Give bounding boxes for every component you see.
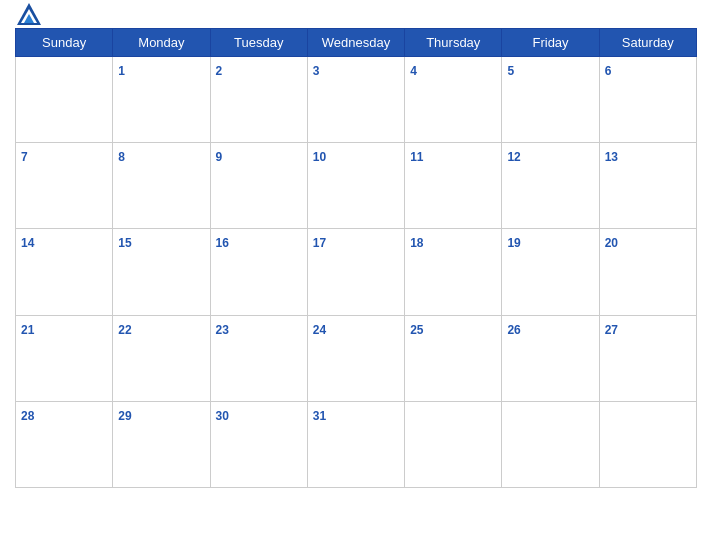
day-number-4: 4 <box>410 64 417 78</box>
day-cell-25: 25 <box>405 315 502 401</box>
logo-area <box>15 1 47 29</box>
day-cell-29: 29 <box>113 401 210 487</box>
day-number-26: 26 <box>507 323 520 337</box>
logo-icon <box>15 1 43 29</box>
day-number-16: 16 <box>216 236 229 250</box>
day-cell-1: 1 <box>113 57 210 143</box>
day-cell-15: 15 <box>113 229 210 315</box>
day-number-22: 22 <box>118 323 131 337</box>
day-number-30: 30 <box>216 409 229 423</box>
day-header-tuesday: Tuesday <box>210 29 307 57</box>
day-header-monday: Monday <box>113 29 210 57</box>
day-cell-10: 10 <box>307 143 404 229</box>
day-cell-12: 12 <box>502 143 599 229</box>
day-cell-11: 11 <box>405 143 502 229</box>
day-number-2: 2 <box>216 64 223 78</box>
week-row-1: 78910111213 <box>16 143 697 229</box>
day-number-8: 8 <box>118 150 125 164</box>
day-cell-empty-0-0 <box>16 57 113 143</box>
day-number-29: 29 <box>118 409 131 423</box>
day-number-31: 31 <box>313 409 326 423</box>
day-number-12: 12 <box>507 150 520 164</box>
day-number-3: 3 <box>313 64 320 78</box>
day-number-21: 21 <box>21 323 34 337</box>
day-cell-30: 30 <box>210 401 307 487</box>
day-cell-18: 18 <box>405 229 502 315</box>
calendar-header <box>15 10 697 20</box>
day-header-friday: Friday <box>502 29 599 57</box>
day-number-20: 20 <box>605 236 618 250</box>
day-cell-24: 24 <box>307 315 404 401</box>
day-number-27: 27 <box>605 323 618 337</box>
day-cell-28: 28 <box>16 401 113 487</box>
week-row-0: 123456 <box>16 57 697 143</box>
day-cell-7: 7 <box>16 143 113 229</box>
day-cell-17: 17 <box>307 229 404 315</box>
day-cell-2: 2 <box>210 57 307 143</box>
day-number-23: 23 <box>216 323 229 337</box>
day-cell-27: 27 <box>599 315 696 401</box>
day-number-19: 19 <box>507 236 520 250</box>
day-number-7: 7 <box>21 150 28 164</box>
day-number-13: 13 <box>605 150 618 164</box>
day-header-sunday: Sunday <box>16 29 113 57</box>
day-number-15: 15 <box>118 236 131 250</box>
day-number-1: 1 <box>118 64 125 78</box>
day-cell-empty-4-6 <box>599 401 696 487</box>
day-cell-20: 20 <box>599 229 696 315</box>
calendar-container: SundayMondayTuesdayWednesdayThursdayFrid… <box>0 0 712 550</box>
day-cell-9: 9 <box>210 143 307 229</box>
day-number-14: 14 <box>21 236 34 250</box>
day-number-25: 25 <box>410 323 423 337</box>
day-number-11: 11 <box>410 150 423 164</box>
day-number-10: 10 <box>313 150 326 164</box>
day-cell-31: 31 <box>307 401 404 487</box>
day-cell-14: 14 <box>16 229 113 315</box>
day-number-9: 9 <box>216 150 223 164</box>
day-header-saturday: Saturday <box>599 29 696 57</box>
day-cell-5: 5 <box>502 57 599 143</box>
day-cell-8: 8 <box>113 143 210 229</box>
day-header-thursday: Thursday <box>405 29 502 57</box>
day-cell-23: 23 <box>210 315 307 401</box>
day-number-5: 5 <box>507 64 514 78</box>
day-number-6: 6 <box>605 64 612 78</box>
day-cell-21: 21 <box>16 315 113 401</box>
week-row-4: 28293031 <box>16 401 697 487</box>
day-cell-empty-4-4 <box>405 401 502 487</box>
day-cell-26: 26 <box>502 315 599 401</box>
day-cell-3: 3 <box>307 57 404 143</box>
day-cell-empty-4-5 <box>502 401 599 487</box>
week-row-2: 14151617181920 <box>16 229 697 315</box>
day-cell-4: 4 <box>405 57 502 143</box>
day-cell-13: 13 <box>599 143 696 229</box>
days-header-row: SundayMondayTuesdayWednesdayThursdayFrid… <box>16 29 697 57</box>
calendar-table: SundayMondayTuesdayWednesdayThursdayFrid… <box>15 28 697 488</box>
day-cell-19: 19 <box>502 229 599 315</box>
day-cell-22: 22 <box>113 315 210 401</box>
day-cell-6: 6 <box>599 57 696 143</box>
day-number-17: 17 <box>313 236 326 250</box>
day-number-18: 18 <box>410 236 423 250</box>
day-number-24: 24 <box>313 323 326 337</box>
week-row-3: 21222324252627 <box>16 315 697 401</box>
day-header-wednesday: Wednesday <box>307 29 404 57</box>
day-cell-16: 16 <box>210 229 307 315</box>
day-number-28: 28 <box>21 409 34 423</box>
